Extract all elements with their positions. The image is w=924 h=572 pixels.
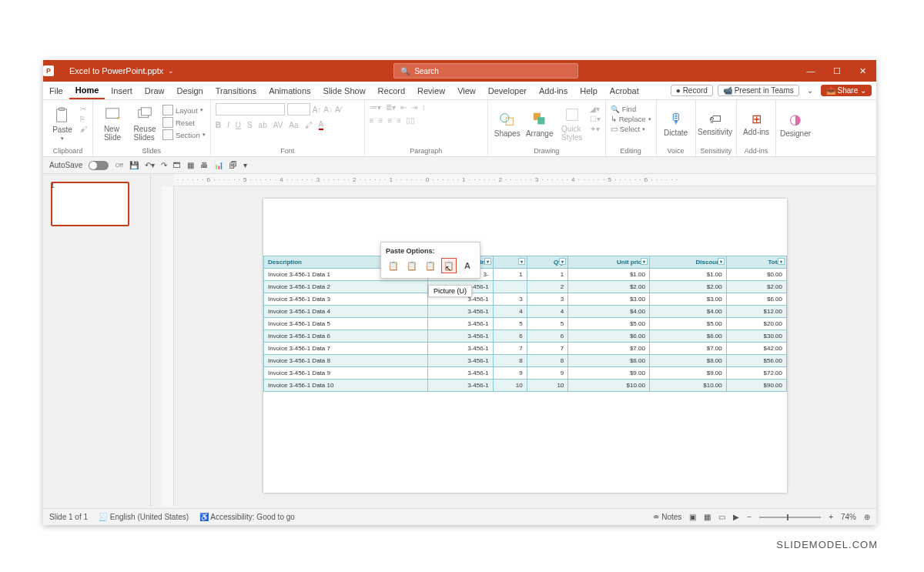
tab-acrobat[interactable]: Acrobat (604, 82, 645, 99)
addins-button[interactable]: ⊞Add-ins (742, 103, 771, 145)
tab-view[interactable]: View (451, 82, 482, 99)
zoom-slider[interactable] (759, 517, 821, 518)
ribbon-options-icon[interactable]: ⌄ (804, 86, 816, 95)
redo-icon[interactable]: ↷ (161, 161, 167, 169)
tab-animations[interactable]: Animations (263, 82, 316, 99)
maximize-button[interactable]: ☐ (824, 66, 850, 76)
align-left-icon[interactable]: ≡ (370, 116, 374, 125)
paste-embed[interactable]: 📋 (423, 258, 438, 273)
save-icon[interactable]: 💾 (129, 161, 139, 169)
filename-chevron-icon[interactable]: ⌄ (168, 67, 174, 75)
shape-fill-icon[interactable]: ◢▾ (590, 105, 601, 113)
spacing-button[interactable]: AV (273, 121, 283, 129)
tab-help[interactable]: Help (574, 82, 604, 99)
tab-home[interactable]: Home (69, 82, 105, 99)
italic-button[interactable]: I (227, 121, 229, 129)
qat-more-icon[interactable]: ▾ (243, 161, 247, 169)
find-button[interactable]: 🔍Find (611, 105, 651, 113)
arrange-button[interactable]: Arrange (525, 103, 554, 145)
tab-slideshow[interactable]: Slide Show (317, 82, 372, 99)
view-sorter-icon[interactable]: ▦ (704, 513, 711, 521)
tab-design[interactable]: Design (170, 82, 209, 99)
notes-button[interactable]: ≐ Notes (653, 513, 681, 521)
zoom-level[interactable]: 74% (841, 513, 856, 521)
replace-button[interactable]: ↳Replace▾ (611, 115, 651, 123)
shape-effects-icon[interactable]: ✦▾ (590, 125, 601, 133)
dictate-button[interactable]: 🎙Dictate (661, 103, 691, 145)
tab-addins[interactable]: Add-ins (533, 82, 574, 99)
qat-icon-4[interactable]: 📊 (214, 161, 223, 169)
record-button[interactable]: ● Record (671, 85, 713, 96)
numbering-icon[interactable]: ≣▾ (386, 103, 396, 112)
tab-transitions[interactable]: Transitions (209, 82, 263, 99)
table-header[interactable]: Unit price▾ (568, 256, 650, 269)
tab-insert[interactable]: Insert (105, 82, 139, 99)
layout-button[interactable]: Layout▾ (162, 105, 206, 115)
qat-icon-3[interactable]: 🖶 (200, 161, 208, 169)
shadow-button[interactable]: ab (259, 121, 267, 129)
paste-button[interactable]: Paste▾ (48, 103, 77, 145)
view-normal-icon[interactable]: ▣ (689, 513, 696, 521)
language-status[interactable]: 🧾 English (United States) (99, 513, 189, 521)
bullets-icon[interactable]: ≔▾ (370, 103, 381, 112)
align-center-icon[interactable]: ≡ (379, 116, 383, 125)
case-button[interactable]: Aa (289, 121, 298, 129)
table-header[interactable]: Qty▾ (527, 256, 568, 269)
table-header[interactable]: Total▾ (726, 256, 786, 269)
present-teams-button[interactable]: 📹 Present in Teams (718, 85, 799, 96)
font-color-icon[interactable]: A (319, 120, 324, 130)
shape-outline-icon[interactable]: ☐▾ (590, 115, 601, 123)
reuse-slides-button[interactable]: Reuse Slides (130, 103, 159, 145)
view-slideshow-icon[interactable]: ▶ (733, 513, 739, 521)
designer-button[interactable]: ◑Designer (781, 103, 810, 145)
columns-icon[interactable]: ▯▯ (406, 116, 415, 125)
qat-icon-5[interactable]: 🗐 (229, 161, 237, 169)
copy-icon[interactable]: ⎘ (80, 115, 88, 123)
tab-record[interactable]: Record (372, 82, 411, 99)
line-spacing-icon[interactable]: ↕ (422, 103, 426, 112)
highlight-icon[interactable]: 🖍 (305, 121, 313, 129)
tab-file[interactable]: File (43, 82, 69, 99)
indent-right-icon[interactable]: ⇥ (411, 103, 417, 112)
strike-button[interactable]: S (247, 121, 253, 129)
slide-canvas[interactable]: Description▾Inv▾▾Qty▾Unit price▾Discount… (263, 199, 787, 493)
table-header[interactable]: Discount▾ (649, 256, 726, 269)
paste-use-dest-theme[interactable]: 📋 (386, 258, 401, 273)
file-name[interactable]: Excel to PowerPoint.pptx (65, 66, 168, 75)
accessibility-status[interactable]: ♿ Accessibility: Good to go (199, 513, 295, 521)
tab-draw[interactable]: Draw (139, 82, 171, 99)
paste-keep-source[interactable]: 📋 (404, 258, 420, 273)
reset-button[interactable]: Reset (162, 117, 206, 128)
quick-styles-button[interactable]: Quick Styles (557, 103, 587, 145)
indent-left-icon[interactable]: ⇤ (400, 103, 407, 112)
close-button[interactable]: ✕ (850, 66, 876, 76)
view-reading-icon[interactable]: ▭ (718, 513, 725, 521)
tab-developer[interactable]: Developer (482, 82, 533, 99)
new-slide-button[interactable]: + New Slide (98, 103, 127, 145)
cut-icon[interactable]: ✂ (80, 105, 88, 113)
undo-icon[interactable]: ↶▾ (145, 161, 155, 169)
paste-text-only[interactable]: A (460, 258, 475, 273)
shapes-button[interactable]: Shapes (493, 103, 522, 145)
qat-icon-2[interactable]: ▦ (187, 161, 194, 169)
search-box[interactable]: 🔍 Search (393, 63, 578, 79)
clear-format-icon[interactable]: A⁄ (335, 105, 341, 114)
format-painter-icon[interactable]: 🖌 (80, 125, 88, 133)
table-header[interactable]: ▾ (493, 256, 527, 269)
share-button[interactable]: 📤 Share ⌄ (821, 85, 872, 96)
align-right-icon[interactable]: ≡ (387, 116, 392, 125)
qat-icon-1[interactable]: 🗔 (173, 161, 181, 169)
bold-button[interactable]: B (216, 121, 221, 129)
section-button[interactable]: Section▾ (162, 129, 206, 140)
justify-icon[interactable]: ≡ (397, 116, 401, 125)
zoom-in-icon[interactable]: + (829, 513, 833, 521)
zoom-out-icon[interactable]: − (747, 513, 752, 521)
minimize-button[interactable]: — (798, 66, 824, 76)
tab-review[interactable]: Review (411, 82, 451, 99)
autosave-toggle[interactable] (89, 161, 109, 170)
thumbnail-slide-1[interactable] (51, 182, 129, 226)
fit-window-icon[interactable]: ⊕ (864, 513, 870, 521)
decrease-font-icon[interactable]: A↓ (323, 105, 333, 114)
underline-button[interactable]: U (236, 121, 241, 129)
select-button[interactable]: ▭Select▾ (611, 125, 651, 133)
